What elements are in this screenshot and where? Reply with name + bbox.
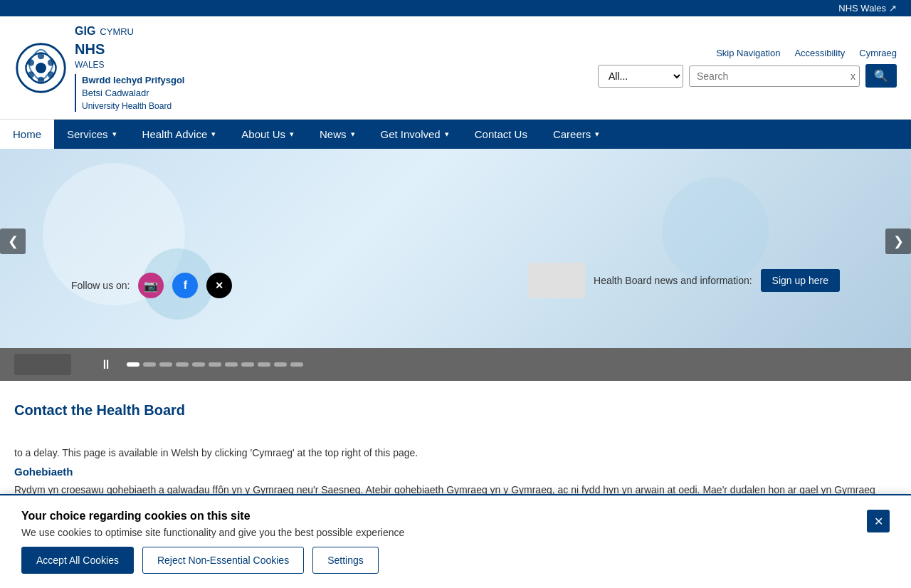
facebook-button[interactable]: f <box>172 273 198 298</box>
header-right: Skip Navigation Accessibility Cymraeg Al… <box>598 48 897 88</box>
social-follow-row: Follow us on: 📷 f ✕ <box>71 273 232 298</box>
slider-controls: ⏸ <box>0 348 911 381</box>
contact-section: Contact the Health Board <box>14 402 897 419</box>
skip-navigation-link[interactable]: Skip Navigation <box>716 48 780 58</box>
nav-home-label: Home <box>13 128 41 140</box>
svg-point-3 <box>48 59 54 65</box>
tagline-line2: Betsi Cadwaladr <box>82 87 184 100</box>
nav-item-services[interactable]: Services ▾ <box>54 120 130 149</box>
slider-dot-10[interactable] <box>290 362 303 367</box>
nav-services-label: Services <box>67 128 108 140</box>
tagline-line1: Bwrdd Iechyd Prifysgol <box>82 74 184 87</box>
twitter-button[interactable]: ✕ <box>206 273 232 298</box>
news-dropdown-icon: ▾ <box>351 130 355 139</box>
delay-text: to a delay. This page is available in We… <box>14 447 897 458</box>
nav-item-careers[interactable]: Careers ▾ <box>540 120 612 149</box>
top-bar: NHS Wales ↗ <box>0 0 911 16</box>
tagline-line3: University Health Board <box>82 100 184 112</box>
slider-prev-button[interactable]: ❮ <box>0 229 26 254</box>
banner-background: Follow us on: 📷 f ✕ Health Board news an… <box>0 149 911 348</box>
slider-dots <box>127 362 897 367</box>
header: GIG CYMRU NHS WALES Bwrdd Iechyd Prifysg… <box>0 16 911 120</box>
next-icon: ❯ <box>893 233 904 249</box>
close-icon: ✕ <box>874 515 883 528</box>
play-pause-button[interactable]: ⏸ <box>93 357 120 372</box>
svg-point-5 <box>38 76 44 83</box>
nav-item-get-involved[interactable]: Get Involved ▾ <box>368 120 462 149</box>
slider-next-button[interactable]: ❯ <box>885 229 911 254</box>
logo-container: GIG CYMRU NHS WALES Bwrdd Iechyd Prifysg… <box>14 23 184 112</box>
careers-dropdown-icon: ▾ <box>595 130 599 139</box>
search-button[interactable]: 🔍 <box>865 64 897 88</box>
nav-about-us-label: About Us <box>241 128 285 140</box>
svg-point-6 <box>28 71 34 78</box>
services-dropdown-icon: ▾ <box>112 130 117 139</box>
cymraeg-link[interactable]: Cymraeg <box>859 48 897 58</box>
external-link-icon: ↗ <box>889 3 897 14</box>
gig-label: GIG <box>75 23 95 39</box>
nav-get-involved-label: Get Involved <box>381 128 441 140</box>
welsh-heading: Gohebiaeth <box>14 466 897 478</box>
search-category-select[interactable]: All... <box>598 65 683 88</box>
contact-heading: Contact the Health Board <box>14 402 897 419</box>
health-advice-dropdown-icon: ▾ <box>211 130 216 139</box>
cymru-label: CYMRU <box>100 26 134 38</box>
nav-careers-label: Careers <box>553 128 591 140</box>
slider-dot-3[interactable] <box>176 362 189 367</box>
logo-symbol <box>14 41 68 95</box>
delay-text-section: to a delay. This page is available in We… <box>0 447 911 466</box>
search-input[interactable] <box>689 65 860 87</box>
slider-dot-9[interactable] <box>274 362 287 367</box>
get-involved-dropdown-icon: ▾ <box>445 130 449 139</box>
nav-news-label: News <box>320 128 347 140</box>
slider-dot-7[interactable] <box>241 362 254 367</box>
twitter-x-icon: ✕ <box>215 280 223 291</box>
follow-text: Follow us on: <box>71 280 130 291</box>
slider-dot-0[interactable] <box>127 362 139 367</box>
prev-icon: ❮ <box>8 233 19 249</box>
slider-dot-6[interactable] <box>225 362 238 367</box>
signup-button[interactable]: Sign up here <box>761 269 840 292</box>
nav-item-contact-us[interactable]: Contact Us <box>462 120 540 149</box>
instagram-button[interactable]: 📷 <box>138 273 164 298</box>
svg-point-4 <box>48 71 54 78</box>
accessibility-link[interactable]: Accessibility <box>794 48 845 58</box>
search-row: All... x 🔍 <box>598 64 897 88</box>
signup-image-placeholder <box>528 263 585 298</box>
nhs-wales-label: NHS Wales <box>838 3 886 14</box>
slider-thumbnail <box>14 354 71 375</box>
signup-row: Health Board news and information: Sign … <box>528 263 840 298</box>
search-clear-button[interactable]: x <box>851 70 855 82</box>
slider-dot-1[interactable] <box>143 362 156 367</box>
nav-item-health-advice[interactable]: Health Advice ▾ <box>130 120 229 149</box>
nav-item-news[interactable]: News ▾ <box>307 120 368 149</box>
slider-dot-8[interactable] <box>258 362 270 367</box>
wales-label: WALES <box>75 59 184 71</box>
logo-text: GIG CYMRU NHS WALES Bwrdd Iechyd Prifysg… <box>75 23 184 112</box>
slider-left-info <box>14 354 78 375</box>
slider-dot-4[interactable] <box>192 362 205 367</box>
main-content: Contact the Health Board <box>0 381 911 447</box>
about-us-dropdown-icon: ▾ <box>290 130 294 139</box>
signup-text: Health Board news and information: <box>594 275 752 286</box>
svg-point-7 <box>28 59 34 65</box>
banner-area: Follow us on: 📷 f ✕ Health Board news an… <box>0 149 911 348</box>
cookie-description: We use cookies to optimise site function… <box>21 527 404 528</box>
banner-slider: Follow us on: 📷 f ✕ Health Board news an… <box>0 149 911 381</box>
facebook-icon: f <box>184 279 187 292</box>
slider-dot-5[interactable] <box>209 362 221 367</box>
header-top-links: Skip Navigation Accessibility Cymraeg <box>716 48 897 58</box>
cookie-banner: Your choice regarding cookies on this si… <box>0 494 911 528</box>
nav-item-home[interactable]: Home <box>0 120 54 149</box>
social-icons-row: 📷 f <box>138 273 198 298</box>
slider-dot-2[interactable] <box>159 362 172 367</box>
main-nav: Home Services ▾ Health Advice ▾ About Us… <box>0 120 911 149</box>
nhs-label: NHS <box>75 39 184 59</box>
cookie-close-button[interactable]: ✕ <box>867 510 890 528</box>
search-icon: 🔍 <box>874 70 888 82</box>
cookie-title: Your choice regarding cookies on this si… <box>21 510 404 523</box>
cookie-text-block: Your choice regarding cookies on this si… <box>21 510 404 528</box>
nav-item-about-us[interactable]: About Us ▾ <box>228 120 307 149</box>
svg-point-2 <box>38 53 44 59</box>
nhs-wales-link[interactable]: NHS Wales ↗ <box>838 3 897 14</box>
